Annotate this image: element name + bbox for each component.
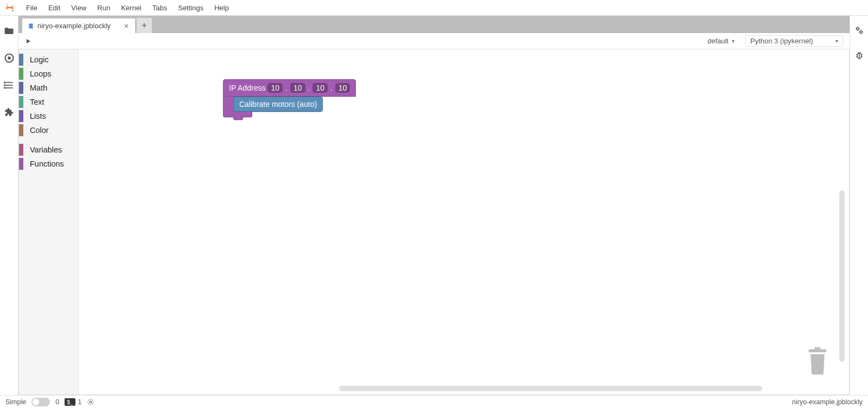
- menu-settings[interactable]: Settings: [173, 4, 209, 12]
- svg-point-14: [859, 31, 862, 34]
- simple-label: Simple: [5, 398, 26, 406]
- svg-point-1: [12, 10, 14, 11]
- svg-rect-10: [29, 23, 33, 28]
- mode-label: default: [707, 37, 729, 45]
- status-filename[interactable]: niryo-example.jpblockly: [792, 398, 863, 406]
- block-notch: [233, 117, 243, 120]
- tab-title: niryo-example.jpblockly: [37, 22, 111, 30]
- kernel-label: Python 3 (ipykernel): [750, 37, 813, 45]
- category-logic[interactable]: Logic: [19, 53, 78, 67]
- category-color[interactable]: Color: [19, 123, 78, 137]
- statement-body: Calibrate motors (auto): [223, 97, 252, 117]
- menu-help[interactable]: Help: [209, 4, 234, 12]
- trash-icon[interactable]: [806, 347, 829, 375]
- category-stripe: [19, 158, 23, 170]
- block-stack[interactable]: IP Address 10. 10. 10. 10 Calibrate moto…: [223, 79, 356, 117]
- category-stripe: [19, 144, 23, 156]
- chevron-down-icon: ▾: [835, 38, 838, 44]
- terminal-icon: $_: [65, 398, 75, 406]
- calibrate-block[interactable]: Calibrate motors (auto): [233, 97, 323, 112]
- ip-octet-3[interactable]: 10: [312, 83, 328, 93]
- svg-rect-3: [8, 57, 10, 60]
- add-tab-button[interactable]: +: [137, 18, 152, 33]
- debug-icon[interactable]: [854, 50, 864, 60]
- ip-octet-2[interactable]: 10: [290, 83, 305, 93]
- vertical-scrollbar[interactable]: [839, 190, 845, 362]
- category-label: Text: [30, 98, 44, 106]
- right-rail: [850, 16, 868, 395]
- status-kernel-icon[interactable]: [87, 398, 94, 406]
- chevron-down-icon: ▾: [732, 38, 735, 44]
- category-label: Logic: [30, 55, 49, 64]
- status-terminals[interactable]: $_ 1: [65, 398, 81, 406]
- svg-line-18: [861, 55, 863, 55]
- svg-point-13: [856, 28, 859, 30]
- blockly-canvas[interactable]: IP Address 10. 10. 10. 10 Calibrate moto…: [79, 49, 849, 394]
- menu-tabs[interactable]: Tabs: [147, 4, 173, 12]
- category-stripe: [19, 124, 23, 136]
- ip-label: IP Address: [229, 84, 265, 92]
- menu-edit[interactable]: Edit: [43, 4, 66, 12]
- toc-icon[interactable]: [4, 80, 15, 91]
- kernel-selector[interactable]: Python 3 (ipykernel) ▾: [745, 35, 843, 47]
- category-math[interactable]: Math: [19, 81, 78, 95]
- category-loops[interactable]: Loops: [19, 67, 78, 81]
- tab-strip: niryo-example.jpblockly × +: [18, 16, 850, 33]
- folder-icon[interactable]: [4, 25, 15, 36]
- document-toolbar: default ▾ Python 3 (ipykernel) ▾: [18, 33, 850, 49]
- running-sessions-icon[interactable]: [4, 53, 15, 63]
- category-stripe: [19, 54, 23, 66]
- menu-view[interactable]: View: [66, 4, 92, 12]
- close-icon[interactable]: ×: [122, 22, 131, 30]
- svg-point-8: [4, 85, 5, 86]
- svg-line-19: [856, 56, 858, 57]
- ip-address-block[interactable]: IP Address 10. 10. 10. 10: [223, 79, 356, 97]
- run-button[interactable]: [25, 38, 31, 44]
- jupyter-logo-icon: [4, 2, 15, 13]
- menu-file[interactable]: File: [21, 4, 43, 12]
- svg-point-23: [90, 401, 92, 403]
- simple-toggle[interactable]: [31, 398, 50, 406]
- terminal-count: 1: [78, 398, 81, 406]
- category-text[interactable]: Text: [19, 95, 78, 109]
- extensions-icon[interactable]: [4, 107, 15, 118]
- category-label: Loops: [30, 69, 52, 78]
- svg-rect-11: [809, 349, 827, 352]
- ip-octet-4[interactable]: 10: [335, 83, 350, 93]
- svg-point-9: [4, 87, 5, 88]
- gears-icon[interactable]: [854, 25, 864, 35]
- blockly-toolbox: Logic Loops Math Text Lists Color Variab…: [19, 49, 79, 394]
- tab-niryo-example[interactable]: niryo-example.jpblockly ×: [22, 18, 136, 33]
- category-stripe: [19, 68, 23, 80]
- menu-kernel[interactable]: Kernel: [116, 4, 147, 12]
- category-functions[interactable]: Functions: [19, 157, 78, 171]
- svg-line-20: [861, 56, 863, 57]
- category-label: Variables: [30, 145, 62, 154]
- category-variables[interactable]: Variables: [19, 143, 78, 157]
- category-lists[interactable]: Lists: [19, 109, 78, 123]
- category-label: Lists: [30, 112, 46, 120]
- horizontal-scrollbar[interactable]: [339, 386, 762, 391]
- activity-bar: [0, 16, 18, 395]
- status-count-0[interactable]: 0: [55, 398, 59, 406]
- category-label: Math: [30, 84, 47, 92]
- status-bar: Simple 0 $_ 1 niryo-example.jpblockly: [0, 395, 868, 408]
- category-stripe: [19, 96, 23, 108]
- svg-point-0: [7, 4, 8, 5]
- file-icon: [28, 23, 34, 29]
- svg-line-17: [856, 55, 858, 55]
- category-stripe: [19, 110, 23, 122]
- svg-rect-12: [815, 347, 821, 349]
- category-stripe: [19, 82, 23, 94]
- menu-bar: File Edit View Run Kernel Tabs Settings …: [0, 0, 868, 16]
- menu-run[interactable]: Run: [92, 4, 116, 12]
- svg-point-7: [4, 82, 5, 83]
- mode-selector[interactable]: default ▾: [703, 36, 739, 46]
- blockly-workspace: Logic Loops Math Text Lists Color Variab…: [18, 49, 850, 395]
- category-label: Color: [30, 126, 49, 135]
- ip-octet-1[interactable]: 10: [267, 83, 283, 93]
- category-label: Functions: [30, 160, 64, 168]
